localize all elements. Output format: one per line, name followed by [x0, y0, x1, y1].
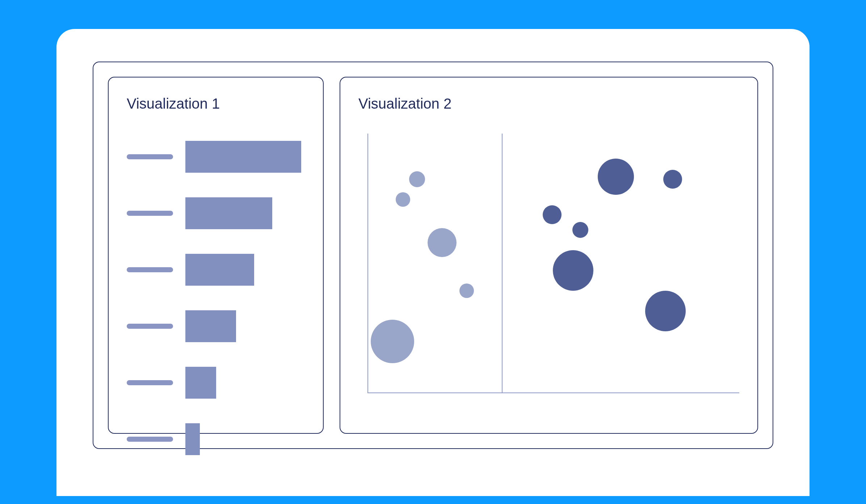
bar — [185, 367, 216, 399]
bar-label-placeholder — [127, 154, 173, 159]
bubble-chart — [358, 134, 739, 411]
bar — [185, 197, 272, 229]
panel-visualization-1: Visualization 1 — [108, 77, 324, 434]
bar-chart — [127, 134, 305, 455]
bubble — [553, 250, 593, 291]
bubble — [371, 320, 414, 363]
bubble — [645, 291, 686, 331]
y-axis — [367, 134, 368, 393]
bubble — [459, 284, 474, 298]
bar-row — [127, 254, 305, 286]
bar-label-placeholder — [127, 437, 173, 442]
bubble — [409, 171, 425, 187]
bar — [185, 254, 254, 286]
bar-row — [127, 367, 305, 399]
app-window: Visualization 1 Visualization 2 — [56, 29, 810, 496]
bar-row — [127, 423, 305, 455]
panel-visualization-2: Visualization 2 — [340, 77, 758, 434]
bar-row — [127, 141, 305, 173]
x-axis — [367, 392, 739, 393]
dashboard-frame: Visualization 1 Visualization 2 — [93, 62, 773, 449]
bar-label-placeholder — [127, 324, 173, 329]
bar-label-placeholder — [127, 211, 173, 216]
bar-label-placeholder — [127, 380, 173, 385]
bubble — [396, 192, 410, 207]
bubble — [428, 228, 457, 257]
panel-1-title: Visualization 1 — [127, 96, 305, 112]
bar — [185, 423, 200, 455]
bubble — [598, 159, 634, 195]
bar-row — [127, 197, 305, 229]
panel-2-title: Visualization 2 — [358, 96, 739, 112]
bubble — [663, 170, 682, 189]
bar — [185, 310, 236, 342]
bubble — [543, 205, 562, 224]
group-divider — [502, 134, 503, 393]
bar — [185, 141, 301, 173]
bubble — [572, 222, 588, 238]
bar-label-placeholder — [127, 267, 173, 272]
bar-row — [127, 310, 305, 342]
